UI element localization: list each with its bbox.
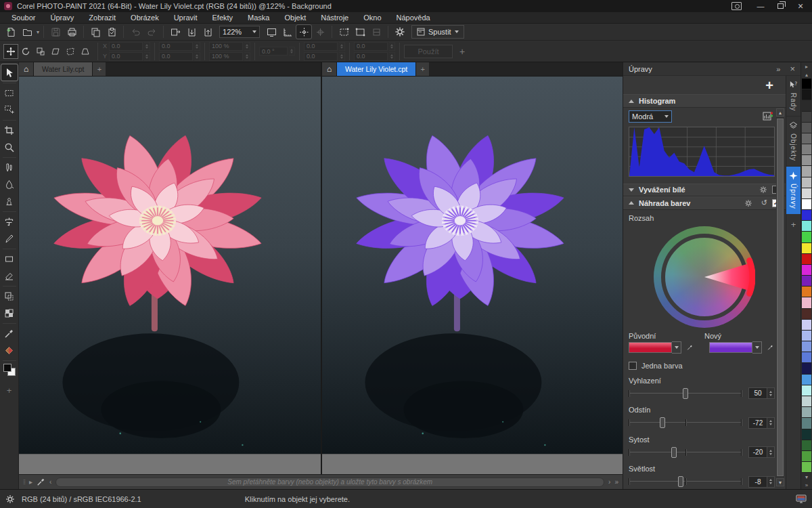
white-balance-gear-icon[interactable] [759, 186, 767, 194]
document-tab-water-lily[interactable]: Water Lily.cpt [34, 62, 92, 76]
print-icon[interactable] [64, 25, 79, 39]
new-document-icon[interactable] [3, 25, 18, 39]
palette-swatch[interactable] [802, 462, 811, 473]
rectangle-shape-tool[interactable] [1, 251, 18, 267]
run-macro-group[interactable]: Spustit [411, 25, 464, 39]
clone-tool[interactable] [1, 193, 18, 209]
single-color-checkbox[interactable] [629, 362, 637, 370]
slider-thumb[interactable] [678, 476, 683, 487]
palette-swatch[interactable] [802, 429, 811, 440]
copy-icon[interactable] [88, 25, 103, 39]
saturation-slider[interactable] [629, 446, 742, 459]
lightness-spinbox[interactable]: -8 [748, 476, 775, 488]
zoom-level-select[interactable]: 122% [219, 26, 260, 38]
transform-scale-icon[interactable] [34, 45, 47, 58]
palette-swatch[interactable] [802, 265, 811, 276]
palette-swatch[interactable] [802, 100, 811, 111]
color-replace-gear-icon[interactable] [744, 199, 752, 207]
palette-swatch[interactable] [802, 309, 811, 320]
palette-swatch[interactable] [802, 451, 811, 462]
palette-swatch[interactable] [802, 254, 811, 265]
tray-forward-icon[interactable]: › [608, 478, 610, 486]
palette-swatch[interactable] [802, 188, 811, 199]
crop-tool[interactable] [1, 122, 18, 138]
palette-swatch[interactable] [802, 418, 811, 429]
histogram-options-icon[interactable] [763, 111, 773, 121]
menu-soubor[interactable]: Soubor [4, 14, 43, 22]
restore-button[interactable] [777, 3, 784, 9]
dock-add-tab-plus[interactable]: + [786, 214, 800, 230]
saturation-spinbox[interactable]: -20 [748, 446, 775, 458]
palette-swatch[interactable] [802, 276, 811, 287]
palette-scroll-down-icon[interactable]: ▾ [801, 473, 812, 481]
palette-swatch[interactable] [802, 243, 811, 254]
rulers-icon[interactable] [280, 25, 295, 39]
palette-swatch[interactable] [802, 221, 811, 232]
welcome-home-icon-right[interactable]: ⌂ [322, 62, 337, 76]
replace-color-tool[interactable] [1, 342, 18, 358]
new-color-picker[interactable] [709, 341, 762, 354]
color-wheel[interactable] [654, 226, 755, 328]
dock-scrollbar[interactable]: ▴ ▾ [776, 108, 784, 486]
minimize-button[interactable]: — [753, 2, 768, 10]
palette-swatch[interactable] [802, 177, 811, 188]
account-icon[interactable] [731, 2, 742, 10]
fill-pattern-tool[interactable] [1, 305, 18, 321]
palette-swatch[interactable] [802, 210, 811, 221]
toolbox-customize-plus[interactable]: + [7, 385, 12, 396]
scroll-down-icon[interactable]: ▾ [776, 478, 784, 486]
welcome-home-icon[interactable]: ⌂ [19, 62, 34, 76]
fullscreen-preview-icon[interactable] [264, 25, 279, 39]
palette-swatch[interactable] [802, 199, 811, 210]
proof-monitor-icon[interactable] [796, 494, 807, 504]
status-gear-icon[interactable] [5, 494, 15, 504]
document-tab-water-lily-violet[interactable]: Water Lily Violet.cpt [337, 62, 415, 76]
histogram-channel-select[interactable]: Modrá [629, 110, 672, 123]
hue-spinbox[interactable]: -72 [748, 417, 775, 429]
smoothing-slider[interactable] [629, 387, 742, 400]
palette-swatch[interactable] [802, 341, 811, 352]
open-dropdown-caret[interactable]: ▾ [37, 29, 39, 35]
tray-flyout-icon[interactable]: ▸ [29, 478, 32, 486]
histogram-section-header[interactable]: Histogram [623, 94, 786, 108]
original-eyedropper-icon[interactable] [687, 343, 693, 352]
open-folder-icon[interactable] [20, 25, 35, 39]
palette-swatch[interactable] [802, 133, 811, 144]
add-adjustment-button[interactable]: + [765, 79, 773, 92]
palette-swatch[interactable] [802, 396, 811, 407]
palette-swatch[interactable] [802, 112, 811, 123]
scroll-up-icon[interactable]: ▴ [776, 108, 784, 117]
dock-tab-upravy[interactable]: Úpravy [786, 167, 800, 214]
paint-tool[interactable] [1, 159, 18, 175]
menu-objekt[interactable]: Objekt [277, 14, 313, 22]
slider-thumb[interactable] [660, 417, 665, 428]
palette-swatch[interactable] [802, 320, 811, 331]
menu-zobrazit[interactable]: Zobrazit [81, 14, 123, 22]
palette-swatch[interactable] [802, 407, 811, 418]
transform-position-icon[interactable] [4, 45, 18, 58]
zoom-tool[interactable] [1, 139, 18, 155]
palette-swatch[interactable] [802, 232, 811, 242]
dock-expand-icon[interactable]: » [776, 65, 780, 73]
pick-tool[interactable] [1, 64, 18, 81]
smoothing-spinbox[interactable]: 50 [748, 387, 775, 399]
palette-flyout-icon[interactable]: ▸ [801, 62, 812, 70]
color-control-well[interactable] [3, 364, 16, 376]
palette-swatch[interactable] [802, 331, 811, 341]
menu-efekty[interactable]: Efekty [205, 14, 241, 22]
palette-swatch[interactable] [802, 363, 811, 374]
palette-swatch[interactable] [802, 155, 811, 166]
text-tool[interactable] [1, 213, 18, 230]
new-color-swatch[interactable] [709, 342, 752, 353]
new-eyedropper-icon[interactable] [767, 343, 773, 352]
palette-swatch[interactable] [802, 385, 811, 396]
tray-more-icon[interactable]: » [614, 478, 618, 486]
palette-swatch[interactable] [802, 144, 811, 155]
new-tab-button-left[interactable]: + [92, 62, 106, 76]
scrollbar-thumb[interactable] [777, 119, 784, 476]
eyedropper-tool[interactable] [1, 325, 18, 341]
canvas-water-lily-violet[interactable] [322, 77, 623, 454]
palette-swatch[interactable] [802, 375, 811, 385]
palette-scroll-up-icon[interactable]: ▴ [801, 70, 812, 79]
foreground-color-swatch[interactable] [3, 364, 12, 372]
